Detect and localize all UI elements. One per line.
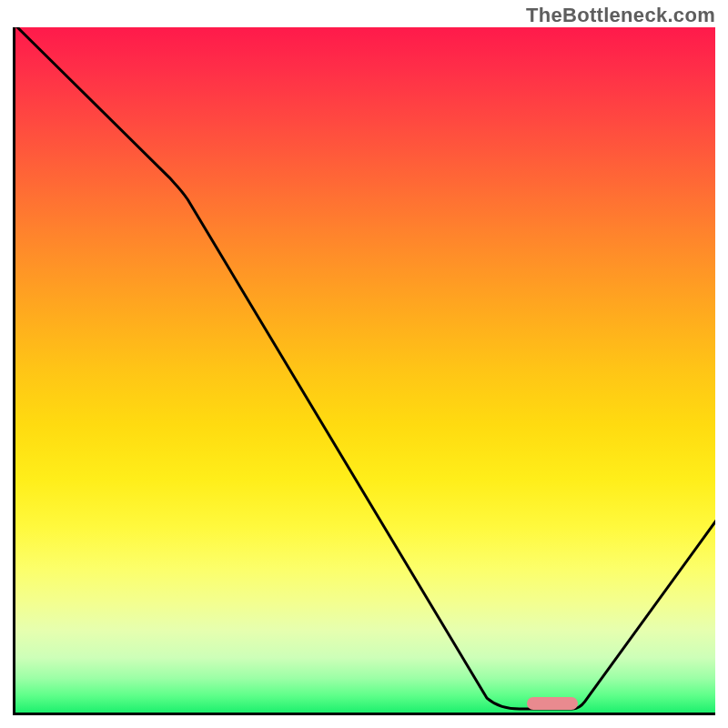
watermark-text: TheBottleneck.com bbox=[526, 4, 715, 27]
curve-path bbox=[15, 27, 715, 709]
minimum-marker bbox=[527, 697, 578, 710]
plot-area bbox=[13, 27, 715, 715]
line-curve bbox=[15, 27, 715, 713]
